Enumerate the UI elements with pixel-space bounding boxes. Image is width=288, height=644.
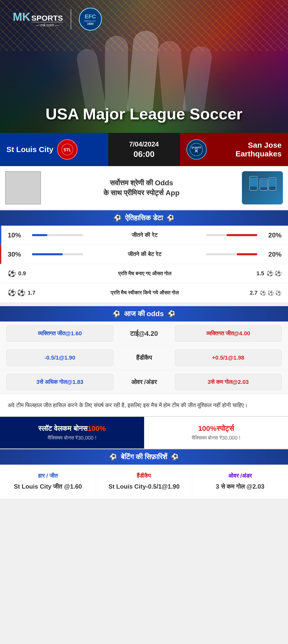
sports-bonus[interactable]: 100%स्पोर्ट्स मैक्सिमम बोनस ₹30,000 ! <box>144 417 288 448</box>
rec-value-1: St Louis City जीत @1.60 <box>5 482 91 491</box>
bet-win-fill-left <box>32 253 63 255</box>
analysis-section: अवे टीम फिलहाल जीत हासिल करने के लिए संघ… <box>0 394 288 417</box>
sports-bonus-title: 100%स्पोर्ट्स <box>151 424 282 433</box>
empoli-fc-text: EMPOLI F.C. <box>84 20 96 22</box>
svg-rect-9 <box>260 180 267 187</box>
match-header: St Louis City STL 7/04/2024 06:00 QUAKES… <box>0 133 288 166</box>
svg-text:STL: STL <box>63 148 71 152</box>
odds-win-row: व्यक्तिगत जीत@1.60 टाई@4.20 व्यक्तिगत जी… <box>0 321 288 346</box>
hero-banner: MK SPORTS — mk.com — EFC EMPOLI F.C. 192… <box>0 0 288 133</box>
promo-image-placeholder <box>5 171 41 204</box>
avg-goals-label: प्रति मैच बनाए गए औसत गोल <box>28 271 261 277</box>
promo-line1: सर्वोत्तम श्रेणी की Odds <box>46 178 237 188</box>
recommendations-title: बेटिंग की सिफ़ारिशें <box>121 453 167 461</box>
bet-win-rate-right-val: 20% <box>261 250 282 258</box>
ball-icon-3: ⚽ <box>275 270 282 277</box>
ball-icon-6: ⚽ <box>260 290 266 296</box>
avg-goals-icons-left: ⚽ 0.9 <box>8 270 28 278</box>
home-team-section: St Louis City STL <box>0 133 108 166</box>
hero-title-container: USA Major League Soccer <box>0 105 288 123</box>
odds-ball-left: ⚽ <box>113 310 120 317</box>
stat-row-win-rate: 10% जीतने की रेट 20% <box>0 226 288 245</box>
slots-bonus-percent: 100% <box>88 424 106 432</box>
odds-container: व्यक्तिगत जीत@1.60 टाई@4.20 व्यक्तिगत जी… <box>0 321 288 394</box>
rec-win-loss: हार / जीत St Louis City जीत @1.60 <box>0 465 96 499</box>
rec-type-2: हैंडीकैप <box>101 473 187 479</box>
mk-letters: MK <box>13 11 30 22</box>
odds-ou-label: ओवर /अंडर <box>119 378 170 386</box>
away-team-name: San Jose Earthquakes <box>211 141 282 158</box>
bet-win-rate-bar-right <box>206 253 257 255</box>
odds-handicap-home-btn[interactable]: -0.5/1@1.90 <box>6 350 113 366</box>
win-rate-bar-right <box>206 234 257 236</box>
slots-bonus-title: स्लॉट वेलकम बोनस100% <box>6 424 138 433</box>
odds-ou-row: 3से अधिक गोल@1.83 ओवर /अंडर 3से कम गोल@2… <box>0 370 288 394</box>
avg-goals-left-val: 0.9 <box>18 270 26 277</box>
rec-value-2: St Louis City-0.5/1@1.90 <box>101 482 187 491</box>
bet-win-rate-bar-left <box>32 253 83 255</box>
odds-tie-val[interactable]: टाई@4.20 <box>119 330 170 338</box>
promo-line2: के साथ प्रीमियर स्पोर्ट्स App <box>46 188 237 198</box>
rec-handicap: हैंडीकैप St Louis City-0.5/1@1.90 <box>96 465 192 499</box>
recommendations-container: हार / जीत St Louis City जीत @1.60 हैंडीक… <box>0 465 288 499</box>
hero-title: USA Major League Soccer <box>0 105 288 123</box>
recommendations-header: ⚽ बेटिंग की सिफ़ारिशें ⚽ <box>0 449 288 465</box>
odds-handicap-row: -0.5/1@1.90 हैंडीकैप +0.5/1@1.98 <box>0 346 288 370</box>
ball-icon-left: ⚽ <box>114 214 121 222</box>
odds-ball-right: ⚽ <box>168 310 175 317</box>
ball-icon-1: ⚽ <box>8 270 16 278</box>
match-date: 7/04/2024 <box>129 140 159 148</box>
win-rate-right-val: 20% <box>261 231 282 239</box>
odds-under-btn[interactable]: 3से कम गोल@2.03 <box>175 374 282 390</box>
odds-home-win-btn[interactable]: व्यक्तिगत जीत@1.60 <box>6 325 113 342</box>
historical-data-container: 10% जीतने की रेट 20% 30% जीतने की बेट रे… <box>0 226 288 302</box>
promo-banner[interactable]: सर्वोत्तम श्रेणी की Odds के साथ प्रीमियर… <box>0 166 288 210</box>
avg-conceded-icons-right: 2.7 ⚽ ⚽ ⚽ <box>261 290 282 296</box>
promo-app-screenshot <box>242 171 283 204</box>
ball-icon-2: ⚽ <box>266 270 273 277</box>
svg-rect-11 <box>269 178 275 187</box>
analysis-text: अवे टीम फिलहाल जीत हासिल करने के लिए संघ… <box>8 401 280 410</box>
home-team-name: St Louis City <box>6 145 53 154</box>
bet-win-rate-left-val: 30% <box>8 250 28 258</box>
match-center: 7/04/2024 06:00 <box>108 133 180 166</box>
home-team-logo: STL <box>57 139 78 160</box>
ball-icon-right: ⚽ <box>167 214 174 222</box>
rec-type-1: हार / जीत <box>5 473 91 479</box>
sports-bonus-sub: मैक्सिमम बोनस ₹30,000 ! <box>151 435 282 441</box>
players-art <box>0 23 288 112</box>
odds-handicap-away-btn[interactable]: +0.5/1@1.98 <box>175 350 282 366</box>
rec-row: हार / जीत St Louis City जीत @1.60 हैंडीक… <box>0 465 288 499</box>
avg-conceded-icons-left: ⚽ ⚽ 1.7 <box>8 289 28 297</box>
ball-icon-5: ⚽ <box>17 289 25 297</box>
stat-row-avg-goals: ⚽ 0.9 प्रति मैच बनाए गए औसत गोल 1.5 ⚽ ⚽ <box>0 264 288 283</box>
avg-goals-right-val: 1.5 <box>256 270 264 277</box>
ball-icon-8: ⚽ <box>275 290 282 296</box>
win-rate-fill-left <box>32 234 47 236</box>
historical-section-header: ⚽ ऐतिहासिक डेटा ⚽ <box>0 210 288 226</box>
ball-icon-4: ⚽ <box>8 289 16 297</box>
stat-row-avg-conceded: ⚽ ⚽ 1.7 प्रति मैच स्वीकार किये गये औसत ग… <box>0 283 288 302</box>
ball-icon-7: ⚽ <box>268 290 274 296</box>
sports-label: SPORTS <box>31 14 63 22</box>
odds-title: आज की odds <box>124 310 164 318</box>
win-rate-bar-left <box>32 234 83 236</box>
rec-ball-right: ⚽ <box>171 453 179 461</box>
win-rate-left-val: 10% <box>8 231 28 239</box>
avg-conceded-right-val: 2.7 <box>250 290 258 296</box>
odds-section-header: ⚽ आज की odds ⚽ <box>0 306 288 321</box>
rec-type-3: ओवर /अंडर <box>197 473 283 479</box>
match-time: 06:00 <box>134 150 155 159</box>
away-team-logo: QUAKES <box>186 139 207 160</box>
odds-over-btn[interactable]: 3से अधिक गोल@1.83 <box>6 374 113 390</box>
win-rate-label: जीतने की रेट <box>87 232 202 238</box>
slots-bonus[interactable]: स्लॉट वेलकम बोनस100% मैक्सिमम बोनस ₹30,0… <box>0 417 144 448</box>
odds-away-win-btn[interactable]: व्यक्तिगत जीत@4.00 <box>175 325 282 342</box>
away-team-section: QUAKES San Jose Earthquakes <box>180 133 288 166</box>
rec-over-under: ओवर /अंडर 3 से कम गोल @2.03 <box>192 465 288 499</box>
bonus-section[interactable]: स्लॉट वेलकम बोनस100% मैक्सिमम बोनस ₹30,0… <box>0 417 288 449</box>
rec-ball-left: ⚽ <box>109 453 117 461</box>
svg-rect-7 <box>250 178 257 187</box>
stat-row-bet-win-rate: 30% जीतने की बेट रेट 20% <box>0 245 288 264</box>
win-rate-fill-right <box>227 234 257 236</box>
